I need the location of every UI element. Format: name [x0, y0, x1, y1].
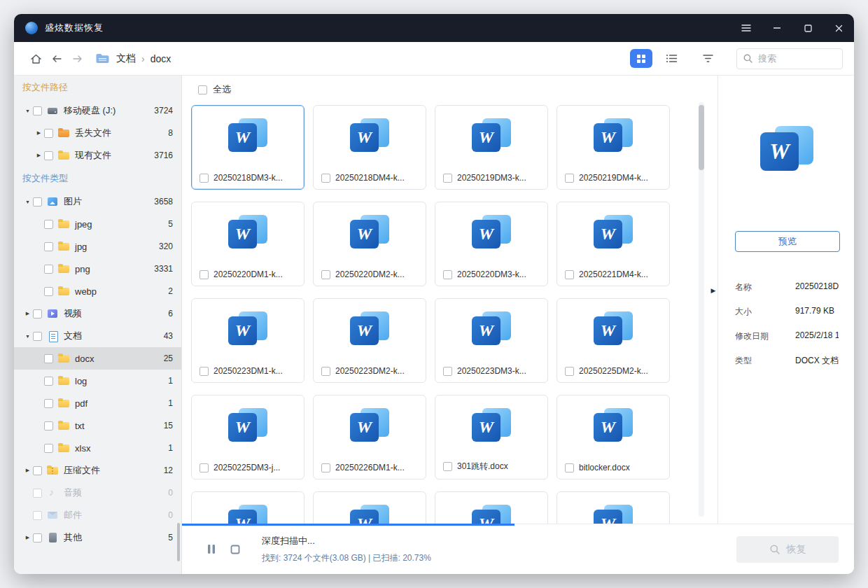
checkbox[interactable]: [33, 197, 42, 206]
pause-button[interactable]: [204, 542, 218, 556]
file-card[interactable]: 20250226DM1-k...: [313, 395, 426, 479]
file-checkbox[interactable]: [200, 463, 209, 472]
sidebar-item-jpeg[interactable]: jpeg 5: [14, 213, 181, 235]
file-checkbox[interactable]: [321, 463, 330, 472]
checkbox[interactable]: [33, 466, 42, 475]
file-card[interactable]: bitlocker.docx: [556, 395, 670, 479]
sidebar-item-xlsx[interactable]: xlsx 1: [14, 437, 181, 459]
sidebar-item-existing-files[interactable]: 现有文件 3716: [14, 144, 181, 167]
home-button[interactable]: [25, 48, 46, 69]
checkbox[interactable]: [33, 511, 42, 520]
select-all-checkbox[interactable]: [198, 85, 207, 94]
file-card[interactable]: 20250223DM2-k...: [313, 298, 426, 383]
file-card-partial[interactable]: [191, 491, 304, 524]
sidebar-item-png[interactable]: png 3331: [14, 258, 181, 280]
tree-expander-icon[interactable]: [22, 311, 33, 316]
file-card[interactable]: 301跳转.docx: [435, 395, 548, 479]
file-card[interactable]: 20250221DM4-k...: [556, 202, 670, 286]
file-card[interactable]: 20250218DM3-k...: [191, 105, 304, 190]
file-checkbox[interactable]: [565, 174, 574, 183]
file-card[interactable]: 20250219DM4-k...: [556, 105, 670, 190]
sidebar-item-videos[interactable]: 视频 6: [14, 302, 181, 325]
search-input[interactable]: [758, 53, 828, 64]
checkbox[interactable]: [44, 287, 53, 296]
stop-button[interactable]: [228, 542, 242, 556]
checkbox[interactable]: [44, 399, 53, 408]
file-checkbox[interactable]: [443, 174, 452, 183]
file-checkbox[interactable]: [321, 174, 330, 183]
list-view-button[interactable]: [661, 49, 682, 68]
checkbox[interactable]: [33, 533, 42, 542]
sidebar-item-removable-disk[interactable]: 移动硬盘 (J:) 3724: [14, 99, 181, 122]
checkbox[interactable]: [44, 265, 53, 274]
tree-expander-icon[interactable]: [22, 468, 33, 473]
forward-button[interactable]: [67, 48, 88, 69]
sidebar-item-audio[interactable]: 音频 0: [14, 482, 181, 504]
sidebar-item-pdf[interactable]: pdf 1: [14, 392, 181, 414]
file-checkbox[interactable]: [321, 367, 330, 376]
tree-expander-icon[interactable]: [22, 200, 33, 204]
file-checkbox[interactable]: [565, 367, 574, 376]
maximize-button[interactable]: [792, 14, 823, 42]
file-checkbox[interactable]: [565, 270, 574, 279]
checkbox[interactable]: [44, 377, 53, 386]
grid-scrollbar[interactable]: [699, 102, 704, 517]
checkbox[interactable]: [33, 106, 42, 115]
file-card[interactable]: 20250223DM1-k...: [191, 298, 304, 383]
checkbox[interactable]: [33, 332, 42, 341]
sidebar-item-images[interactable]: 图片 3658: [14, 190, 181, 213]
file-card-partial[interactable]: [435, 491, 548, 524]
checkbox[interactable]: [33, 309, 42, 318]
checkbox[interactable]: [33, 489, 42, 498]
file-card-partial[interactable]: [556, 491, 670, 524]
checkbox[interactable]: [44, 444, 53, 453]
file-checkbox[interactable]: [443, 270, 452, 279]
preview-button[interactable]: 预览: [735, 231, 840, 252]
close-button[interactable]: [823, 14, 854, 42]
minimize-button[interactable]: [762, 14, 792, 42]
file-checkbox[interactable]: [443, 462, 452, 471]
sidebar-item-documents[interactable]: 文档 43: [14, 325, 181, 347]
collapse-panel-button[interactable]: [708, 281, 718, 300]
sidebar-item-lost-files[interactable]: 丢失文件 8: [14, 122, 181, 144]
checkbox[interactable]: [44, 242, 53, 251]
tree-expander-icon[interactable]: [34, 153, 44, 158]
file-checkbox[interactable]: [200, 174, 209, 183]
sidebar-item-jpg[interactable]: jpg 320: [14, 235, 181, 258]
file-card[interactable]: 20250220DM1-k...: [191, 202, 304, 286]
menu-button[interactable]: [731, 14, 762, 42]
file-card[interactable]: 20250220DM2-k...: [313, 202, 426, 286]
grid-view-button[interactable]: [630, 49, 652, 68]
sidebar-scrollbar-thumb[interactable]: [177, 523, 180, 561]
file-card[interactable]: 20250225DM2-k...: [556, 298, 670, 383]
file-card[interactable]: 20250225DM3-j...: [191, 395, 304, 479]
tree-expander-icon[interactable]: [34, 130, 44, 136]
sidebar-item-mail[interactable]: 邮件 0: [14, 504, 181, 526]
back-button[interactable]: [46, 48, 67, 69]
file-checkbox[interactable]: [443, 367, 452, 376]
tree-expander-icon[interactable]: [22, 334, 33, 339]
filter-button[interactable]: [697, 49, 718, 68]
sidebar-item-log[interactable]: log 1: [14, 370, 181, 392]
recover-button[interactable]: 恢复: [736, 536, 839, 563]
checkbox[interactable]: [44, 421, 53, 430]
file-card[interactable]: 20250218DM4-k...: [313, 105, 426, 190]
grid-scrollbar-thumb[interactable]: [699, 105, 704, 170]
checkbox[interactable]: [44, 129, 53, 138]
file-checkbox[interactable]: [200, 367, 209, 376]
file-card[interactable]: 20250223DM3-k...: [435, 298, 548, 383]
file-checkbox[interactable]: [200, 270, 209, 279]
breadcrumb-item-documents[interactable]: 文档: [116, 52, 136, 65]
sidebar-item-docx[interactable]: docx 25: [14, 347, 181, 370]
sidebar-item-archives[interactable]: 压缩文件 12: [14, 459, 181, 482]
file-checkbox[interactable]: [321, 270, 330, 279]
sidebar-item-txt[interactable]: txt 15: [14, 414, 181, 437]
file-card-partial[interactable]: [313, 491, 426, 524]
tree-expander-icon[interactable]: [22, 535, 33, 540]
checkbox[interactable]: [44, 354, 53, 363]
file-checkbox[interactable]: [565, 463, 574, 472]
breadcrumb-item-docx[interactable]: docx: [150, 53, 172, 64]
checkbox[interactable]: [44, 220, 53, 229]
sidebar-item-webp[interactable]: webp 2: [14, 280, 181, 302]
tree-expander-icon[interactable]: [22, 108, 33, 113]
